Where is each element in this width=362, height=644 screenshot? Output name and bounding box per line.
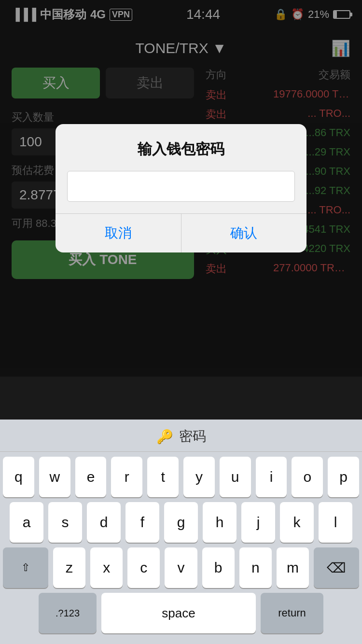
key-r[interactable]: r (111, 457, 142, 497)
key-t[interactable]: t (147, 457, 179, 497)
key-l[interactable]: l (319, 502, 352, 543)
key-v[interactable]: v (165, 547, 197, 588)
key-z[interactable]: z (53, 547, 85, 588)
key-c[interactable]: c (127, 547, 160, 588)
keyboard-hint: 🔑 密码 (0, 420, 362, 452)
key-n[interactable]: n (239, 547, 272, 588)
key-row-3: ⇧ z x c v b n m ⌫ (3, 547, 359, 588)
key-row-4: .?123 space return (3, 593, 359, 633)
key-u[interactable]: u (220, 457, 251, 497)
password-input[interactable] (67, 171, 295, 202)
password-modal: 输入钱包密码 取消 确认 (56, 124, 306, 252)
key-row-1: q w e r t y u i o p (3, 457, 359, 497)
key-d[interactable]: d (87, 502, 121, 543)
key-j[interactable]: j (241, 502, 275, 543)
modal-buttons: 取消 确认 (56, 213, 306, 252)
numeric-switch-key[interactable]: .?123 (39, 593, 97, 633)
key-rows: q w e r t y u i o p a s d f g h j k l ⇧ … (0, 452, 362, 640)
modal-overlay: 输入钱包密码 取消 确认 (0, 0, 362, 377)
key-h[interactable]: h (203, 502, 237, 543)
delete-key[interactable]: ⌫ (314, 547, 359, 588)
key-s[interactable]: s (48, 502, 82, 543)
key-w[interactable]: w (39, 457, 70, 497)
return-key[interactable]: return (261, 593, 323, 633)
key-g[interactable]: g (164, 502, 198, 543)
key-q[interactable]: q (3, 457, 34, 497)
key-a[interactable]: a (10, 502, 43, 543)
shift-key[interactable]: ⇧ (3, 547, 48, 588)
key-m[interactable]: m (277, 547, 309, 588)
confirm-button[interactable]: 确认 (181, 214, 307, 252)
hint-text: 密码 (179, 427, 206, 446)
key-e[interactable]: e (75, 457, 107, 497)
key-f[interactable]: f (125, 502, 159, 543)
key-y[interactable]: y (183, 457, 215, 497)
cancel-button[interactable]: 取消 (56, 214, 181, 252)
key-k[interactable]: k (280, 502, 314, 543)
key-x[interactable]: x (90, 547, 123, 588)
key-i[interactable]: i (256, 457, 287, 497)
key-p[interactable]: p (328, 457, 359, 497)
modal-input-wrapper (56, 167, 306, 213)
key-b[interactable]: b (202, 547, 235, 588)
key-row-2: a s d f g h j k l (3, 502, 359, 543)
modal-title: 输入钱包密码 (56, 124, 306, 167)
space-key[interactable]: space (101, 593, 256, 633)
keyboard-area: 🔑 密码 q w e r t y u i o p a s d f g h j k… (0, 420, 362, 644)
key-icon: 🔑 (156, 429, 173, 445)
key-o[interactable]: o (292, 457, 323, 497)
